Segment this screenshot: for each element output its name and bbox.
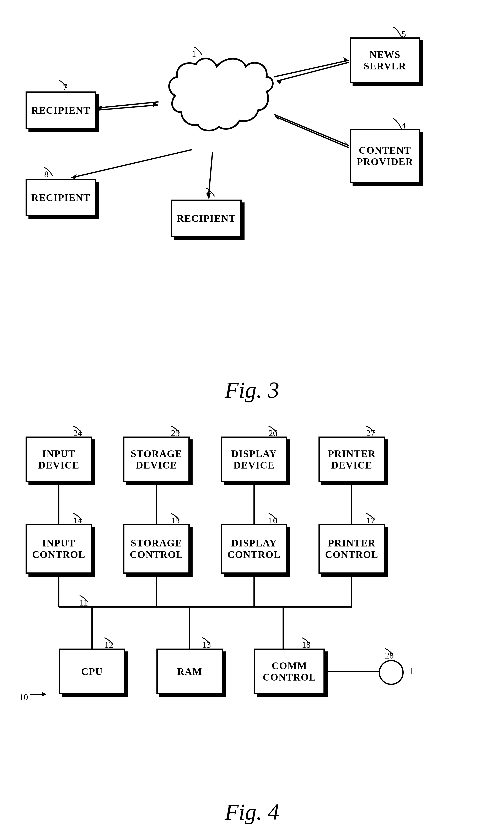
comm-control-label: COMM CONTROL bbox=[263, 660, 316, 683]
recipient7-label: RECIPIENT bbox=[31, 104, 91, 116]
ref-5: 5 bbox=[402, 29, 406, 39]
recipient9-box: RECIPIENT bbox=[171, 199, 242, 237]
input-control-label: INPUT CONTROL bbox=[32, 537, 86, 560]
svg-line-6 bbox=[275, 117, 348, 148]
display-control-box: DISPLAY CONTROL bbox=[221, 524, 287, 574]
ref-1-fig4: 1 bbox=[409, 666, 413, 676]
ref-13: 13 bbox=[202, 640, 211, 650]
storage-device-box: STORAGE DEVICE bbox=[123, 437, 190, 482]
network-circle bbox=[379, 660, 404, 685]
storage-device-label: STORAGE DEVICE bbox=[131, 448, 182, 471]
ref-7: 7 bbox=[63, 82, 67, 92]
ref-24: 24 bbox=[73, 428, 82, 438]
ref-18: 18 bbox=[302, 640, 311, 650]
storage-control-box: STORAGE CONTROL bbox=[123, 524, 190, 574]
display-device-box: DISPLAY DEVICE bbox=[221, 437, 287, 482]
content-provider-label: CONTENT PROVIDER bbox=[357, 145, 413, 167]
ref-10: 10 bbox=[19, 692, 28, 702]
ref-11: 11 bbox=[79, 598, 88, 608]
printer-control-label: PRINTER CONTROL bbox=[325, 537, 378, 560]
ref-9: 9 bbox=[206, 190, 211, 200]
content-provider-box: CONTENT PROVIDER bbox=[350, 129, 420, 183]
svg-marker-9 bbox=[96, 105, 102, 110]
fig4-label: Fig. 4 bbox=[13, 799, 491, 825]
ref-4: 4 bbox=[402, 121, 406, 131]
ref-17: 17 bbox=[366, 515, 375, 525]
ref-26: 26 bbox=[269, 428, 277, 438]
printer-device-box: PRINTER DEVICE bbox=[318, 437, 385, 482]
news-server-box: NEWS SERVER bbox=[350, 37, 420, 83]
page: NEWS SERVER 5 CONTENT PROVIDER 4 RECIPIE… bbox=[0, 0, 504, 830]
cloud-shape bbox=[159, 54, 275, 155]
svg-marker-1 bbox=[343, 57, 348, 62]
ref-28: 28 bbox=[385, 650, 394, 661]
input-device-box: INPUT DEVICE bbox=[26, 437, 92, 482]
cpu-box: CPU bbox=[59, 648, 125, 694]
printer-control-box: PRINTER CONTROL bbox=[318, 524, 385, 574]
svg-marker-11 bbox=[153, 102, 158, 107]
svg-line-0 bbox=[274, 60, 348, 77]
fig3-diagram: NEWS SERVER 5 CONTENT PROVIDER 4 RECIPIE… bbox=[13, 12, 491, 407]
ref-27: 27 bbox=[366, 428, 375, 438]
svg-marker-7 bbox=[275, 116, 279, 121]
ref-14: 14 bbox=[73, 515, 82, 525]
ref-25: 25 bbox=[171, 428, 180, 438]
ram-label: RAM bbox=[177, 666, 202, 677]
display-device-label: DISPLAY DEVICE bbox=[231, 448, 277, 471]
svg-marker-31 bbox=[42, 692, 46, 696]
input-control-box: INPUT CONTROL bbox=[26, 524, 92, 574]
recipient9-label: RECIPIENT bbox=[177, 213, 236, 224]
fig4-diagram: INPUT DEVICE 24 STORAGE DEVICE 25 DISPLA… bbox=[13, 420, 491, 825]
recipient8-label: RECIPIENT bbox=[31, 192, 91, 203]
fig3-label: Fig. 3 bbox=[13, 377, 491, 403]
svg-line-2 bbox=[277, 62, 348, 81]
ref-16: 16 bbox=[269, 515, 277, 525]
ref-15: 15 bbox=[171, 515, 180, 525]
svg-marker-5 bbox=[344, 141, 348, 147]
storage-control-label: STORAGE CONTROL bbox=[130, 537, 183, 560]
news-server-label: NEWS SERVER bbox=[364, 49, 406, 72]
cpu-label: CPU bbox=[81, 666, 103, 677]
ram-box: RAM bbox=[157, 648, 223, 694]
display-control-label: DISPLAY CONTROL bbox=[228, 537, 281, 560]
svg-marker-13 bbox=[71, 174, 77, 179]
ref-8: 8 bbox=[44, 169, 48, 180]
svg-line-4 bbox=[274, 114, 348, 146]
svg-line-8 bbox=[96, 102, 159, 108]
input-device-label: INPUT DEVICE bbox=[38, 448, 79, 471]
ref-12: 12 bbox=[104, 640, 113, 650]
printer-device-label: PRINTER DEVICE bbox=[328, 448, 376, 471]
comm-control-box: COMM CONTROL bbox=[254, 648, 325, 694]
svg-line-10 bbox=[96, 105, 158, 110]
recipient8-box: RECIPIENT bbox=[26, 179, 96, 216]
svg-marker-3 bbox=[277, 79, 282, 84]
recipient7-box: RECIPIENT bbox=[26, 92, 96, 129]
ref-1-fig3: 1 bbox=[192, 49, 196, 59]
